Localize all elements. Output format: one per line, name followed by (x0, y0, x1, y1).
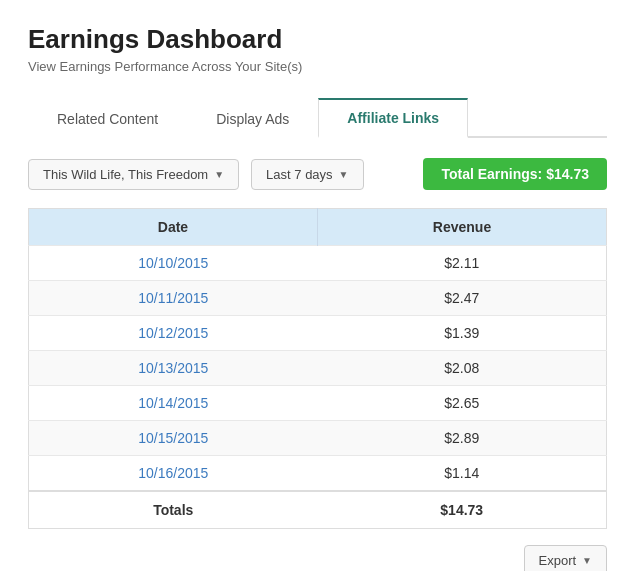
cell-date: 10/13/2015 (29, 351, 318, 386)
table-row: 10/15/2015$2.89 (29, 421, 607, 456)
table-row: 10/14/2015$2.65 (29, 386, 607, 421)
site-selector-button[interactable]: This Wild Life, This Freedom ▼ (28, 159, 239, 190)
export-label: Export (539, 553, 577, 568)
cell-date: 10/12/2015 (29, 316, 318, 351)
table-row: 10/12/2015$1.39 (29, 316, 607, 351)
table-row: 10/11/2015$2.47 (29, 281, 607, 316)
tab-related-content[interactable]: Related Content (28, 98, 187, 138)
cell-date: 10/14/2015 (29, 386, 318, 421)
date-selector-chevron: ▼ (339, 169, 349, 180)
cell-revenue: $2.47 (318, 281, 607, 316)
total-earnings-display: Total Earnings: $14.73 (423, 158, 607, 190)
cell-date: 10/11/2015 (29, 281, 318, 316)
table-row: 10/16/2015$1.14 (29, 456, 607, 492)
date-selector-button[interactable]: Last 7 days ▼ (251, 159, 363, 190)
cell-date: 10/10/2015 (29, 246, 318, 281)
cell-date: 10/16/2015 (29, 456, 318, 492)
cell-revenue: $2.08 (318, 351, 607, 386)
export-row: Export ▼ (28, 545, 607, 571)
tab-display-ads[interactable]: Display Ads (187, 98, 318, 138)
cell-revenue: $1.14 (318, 456, 607, 492)
table-header-row: Date Revenue (29, 209, 607, 246)
export-button[interactable]: Export ▼ (524, 545, 607, 571)
site-selector-label: This Wild Life, This Freedom (43, 167, 208, 182)
earnings-table: Date Revenue 10/10/2015$2.1110/11/2015$2… (28, 208, 607, 529)
column-header-revenue: Revenue (318, 209, 607, 246)
column-header-date: Date (29, 209, 318, 246)
export-chevron: ▼ (582, 555, 592, 566)
cell-revenue: $2.11 (318, 246, 607, 281)
page-title: Earnings Dashboard (28, 24, 607, 55)
tab-affiliate-links[interactable]: Affiliate Links (318, 98, 468, 138)
page-subtitle: View Earnings Performance Across Your Si… (28, 59, 607, 74)
totals-label: Totals (29, 491, 318, 529)
cell-revenue: $2.65 (318, 386, 607, 421)
tabs-container: Related Content Display Ads Affiliate Li… (28, 98, 607, 138)
table-totals-row: Totals $14.73 (29, 491, 607, 529)
cell-date: 10/15/2015 (29, 421, 318, 456)
cell-revenue: $1.39 (318, 316, 607, 351)
totals-value: $14.73 (318, 491, 607, 529)
date-selector-label: Last 7 days (266, 167, 333, 182)
table-row: 10/13/2015$2.08 (29, 351, 607, 386)
site-selector-chevron: ▼ (214, 169, 224, 180)
cell-revenue: $2.89 (318, 421, 607, 456)
table-row: 10/10/2015$2.11 (29, 246, 607, 281)
controls-row: This Wild Life, This Freedom ▼ Last 7 da… (28, 158, 607, 190)
